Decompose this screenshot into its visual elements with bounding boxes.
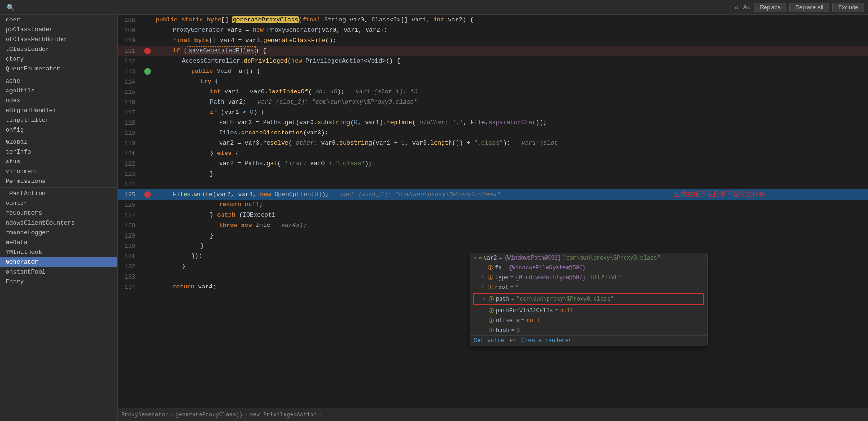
line-number-124: 124 [118,181,141,188]
debug-eq-var2: = [499,255,502,261]
sidebar-item-otclasspatholder[interactable]: otClassPathHolder [0,35,117,44]
debug-val-fs: {WindowsFileSystem@596} [509,265,586,271]
debug-row-path[interactable]: › ⓘ path = "com\sun\proxy\$Proxy0.class" [474,294,703,304]
line-number-131: 131 [118,253,141,260]
sidebar-item-ounter[interactable]: ounter [0,198,117,208]
debug-row-type[interactable]: › ⓘ type = {WindowsPathType@597} "RELATI… [470,273,707,282]
debug-row-pathforwin32calls[interactable]: ⓘ pathForWin32Calls = null [470,306,707,316]
sidebar-sep-2 [0,136,117,136]
top-bar: 🔍 ↺ Aa Replace Replace All Exclude [0,0,868,15]
code-line-122: 122 var2 = Paths.get( first: var0 + ".cl… [118,159,868,169]
breakpoint-125[interactable] [144,191,151,198]
debug-icon-path: ⓘ [489,295,494,302]
hint-116: var2 (slot_2): "com\sun\proxy\$Proxy0.cl… [257,98,417,105]
debug-row-fs[interactable]: › ⓘ fs = {WindowsFileSystem@596} [470,263,707,273]
debug-key-path: path [496,296,509,302]
set-value-link[interactable]: Set value [474,337,504,344]
sidebar-item-permissions[interactable]: Permissions [0,176,117,186]
sidebar-sep-3 [0,187,117,188]
gutter-113: ↻ [141,68,154,75]
code-line-115: 115 int var1 = var0.lastIndexOf( ch: 46)… [118,87,868,97]
debug-key-root: root [495,284,508,291]
breakpoint-113[interactable]: ↻ [144,68,151,75]
sidebar-item-ache[interactable]: ache [0,76,117,86]
sidebar-item-medata[interactable]: meData [0,238,117,247]
code-text-128: throw new Inte var4x); [154,220,868,231]
breadcrumb-proxygenerator: ProxyGenerator [121,412,168,418]
sidebar-item-onstantpool[interactable]: onstantPool [0,267,117,277]
replace-button[interactable]: Replace [754,3,786,12]
code-text-123: } [154,169,868,179]
code-text-115: int var1 = var0.lastIndexOf( ch: 46); va… [154,87,868,97]
debug-icon-root: ⓘ [488,284,493,291]
debug-row-var2[interactable]: ▾ ∞ var2 = {WindowsPath@592} "com\sun\pr… [470,253,707,263]
code-line-123: 123 } [118,169,868,179]
debug-key-type: type [495,274,508,281]
code-text-111: if (saveGeneratedFiles) { [154,46,868,56]
sidebar-item-esignalhandler[interactable]: eSignalHandler [0,105,117,115]
code-line-112: 112 AccessController.doPrivileged(new Pr… [118,56,868,66]
code-text-122: var2 = Paths.get( first: var0 + ".class"… [154,159,868,169]
code-text-113: public Void run() { [154,66,868,77]
sidebar[interactable]: cher ppClassLoader otClassPathHolder tCl… [0,15,118,421]
line-number-134: 134 [118,284,141,291]
search-button[interactable]: 🔍 [4,3,17,12]
code-panel: 108 public static byte[] generateProxyCl… [118,15,868,421]
debug-val-path: "com\sun\proxy\$Proxy0.class" [516,296,614,302]
debug-arrow-fs: › [481,265,484,270]
sidebar-item-queueenumerator[interactable]: QueueEnumerator [0,64,117,74]
code-lines: 108 public static byte[] generateProxyCl… [118,15,868,408]
sidebar-item-yminithook[interactable]: YMInitHook [0,247,117,257]
create-renderer-link[interactable]: Create renderer [521,337,572,344]
debug-eq-fs: = [503,265,507,271]
debug-row-offsets[interactable]: ⓘ offsets = null [470,316,707,325]
debug-val-hash: 0 [516,327,520,334]
debug-arrow-type: › [481,275,484,280]
sidebar-item-recounters[interactable]: reCounters [0,208,117,218]
debug-icon-pathforwin32calls: ⓘ [489,307,494,314]
sidebar-item-generator[interactable]: Generator [0,257,117,267]
sidebar-item-ageutils[interactable]: ageUtils [0,86,117,96]
debug-eq-path: = [511,296,514,302]
sidebar-item-tclassloader[interactable]: tClassLoader [0,44,117,54]
main-container: 🔍 ↺ Aa Replace Replace All Exclude cher … [0,0,868,421]
sidebar-item-tperfaction[interactable]: tPerfAction [0,189,117,198]
debug-val-var2: "com\sun\proxy\$Proxy0.class" [563,255,660,261]
breakpoint-111[interactable] [144,48,151,54]
sidebar-item-onfig[interactable]: onfig [0,125,117,135]
breadcrumb-sep-3: › [319,412,322,418]
hint-115: var1 (slot_1): 13 [355,88,417,95]
sidebar-item-ndowsclientcounters[interactable]: ndowsClientCounters [0,218,117,228]
replace-all-button[interactable]: Replace All [789,3,829,12]
debug-key-pathforwin32calls: pathForWin32Calls [496,308,553,314]
sidebar-item-entry[interactable]: Entry [0,277,117,287]
code-content[interactable]: 108 public static byte[] generateProxyCl… [118,15,868,408]
debug-row-hash[interactable]: ⓘ hash = 0 [470,325,707,335]
debug-ref-type: {WindowsPathType@597} [515,274,586,281]
debug-arrow-root: › [481,285,484,290]
sidebar-item-vironment[interactable]: vironment [0,167,117,176]
sidebar-item-rmancelogger[interactable]: rmanceLogger [0,228,117,238]
exclude-button[interactable]: Exclude [832,3,864,12]
debug-row-root[interactable]: › ⓘ root = "" [470,282,707,292]
line-number-128: 128 [118,222,141,229]
sidebar-item-terinfo[interactable]: terInfo [0,147,117,157]
line-number-120: 120 [118,140,141,147]
sidebar-item-tinputfilter[interactable]: tInputFilter [0,115,117,125]
debug-row-path-border: › ⓘ path = "com\sun\proxy\$Proxy0.class" [473,293,704,305]
sidebar-item-global[interactable]: Global [0,137,117,147]
code-text-110: final byte[] var4 = var3.generateClassFi… [154,35,868,46]
code-line-117: 117 if (var1 > 0) { [118,107,868,118]
debug-key-hash: hash [496,327,509,334]
line-number-116: 116 [118,99,141,106]
line-number-108: 108 [118,17,141,24]
code-text-127: } catch (IOExcepti [154,210,868,220]
sidebar-item-ppclassloader[interactable]: ppClassLoader [0,25,117,35]
sidebar-item-ndex[interactable]: ndex [0,96,117,105]
line-number-125: 125 [118,191,141,198]
debug-popup-footer: Set value F2 Create renderer [470,335,707,346]
sidebar-item-atus[interactable]: atus [0,157,117,167]
debug-icon-fs: ⓘ [488,264,493,271]
sidebar-item-cher[interactable]: cher [0,15,117,25]
sidebar-item-ctory[interactable]: ctory [0,54,117,64]
